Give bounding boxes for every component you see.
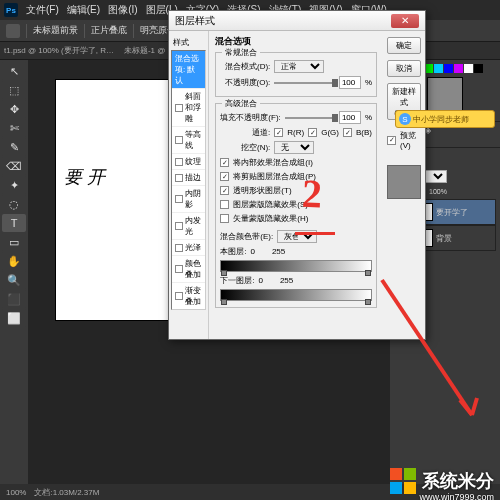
style-inner-shadow[interactable]: 内阴影: [172, 186, 205, 213]
layer-name[interactable]: 背景: [436, 233, 452, 244]
dialog-body: 样式 混合选项: 默认 斜面和浮雕 等高线 纹理 描边 内阴影 内发光 光泽 颜…: [169, 31, 425, 339]
check-transparency-shapes[interactable]: [220, 186, 229, 195]
tool-preset-icon[interactable]: [6, 24, 20, 38]
opacity-input[interactable]: [339, 76, 361, 89]
channel-b[interactable]: [343, 128, 352, 137]
eyedropper-tool[interactable]: ✎: [2, 138, 26, 156]
blend-mode-label: 混合模式(D):: [220, 61, 270, 72]
menu-file[interactable]: 文件(F): [26, 3, 59, 17]
style-satin[interactable]: 光泽: [172, 240, 205, 256]
swatch[interactable]: [444, 64, 453, 73]
opacity-slider[interactable]: [274, 82, 335, 84]
group-advanced-blend: 高级混合 填充不透明度(F): % 通道: R(R) G(G) B(B) 挖空(…: [215, 103, 377, 308]
checkbox[interactable]: [175, 158, 183, 166]
shape-tool[interactable]: ▭: [2, 233, 26, 251]
fill-slider[interactable]: [285, 117, 335, 119]
options-label-2[interactable]: 正片叠底: [91, 24, 127, 37]
preview-swatch: [387, 165, 421, 199]
marquee-tool[interactable]: ⬚: [2, 81, 26, 99]
check-vector-mask-hides[interactable]: [220, 214, 229, 223]
lasso-tool[interactable]: ✥: [2, 100, 26, 118]
separator: [84, 24, 85, 38]
group-general-blend: 常规混合 混合模式(D): 正常 不透明度(O): %: [215, 52, 377, 97]
percent: %: [365, 113, 372, 122]
zoom-level[interactable]: 100%: [6, 488, 26, 497]
cancel-button[interactable]: 取消: [387, 60, 421, 77]
layer-style-dialog[interactable]: 图层样式 ✕ 样式 混合选项: 默认 斜面和浮雕 等高线 纹理 描边 内阴影 内…: [168, 10, 426, 340]
swatch[interactable]: [464, 64, 473, 73]
canvas[interactable]: 要 开: [56, 80, 186, 320]
foreground-color[interactable]: ⬛: [2, 290, 26, 308]
underlying-gradient[interactable]: [220, 289, 372, 301]
style-bevel[interactable]: 斜面和浮雕: [172, 89, 205, 127]
move-tool[interactable]: ↖: [2, 62, 26, 80]
canvas-text[interactable]: 要 开: [64, 165, 105, 189]
swatch[interactable]: [474, 64, 483, 73]
background-color[interactable]: ⬜: [2, 309, 26, 327]
separator: [26, 24, 27, 38]
check-blend-interior[interactable]: [220, 158, 229, 167]
checkbox[interactable]: [175, 244, 183, 252]
stamp-tool[interactable]: ◌: [2, 195, 26, 213]
preview-checkbox[interactable]: [387, 136, 396, 145]
group-title: 高级混合: [222, 98, 260, 109]
options-label-1: 未标题前景: [33, 24, 78, 37]
doc-size: 文档:1.03M/2.37M: [34, 487, 99, 498]
range-hi: 255: [272, 247, 285, 256]
knockout-label: 挖空(N):: [220, 142, 270, 153]
checkbox[interactable]: [175, 265, 183, 273]
style-contour[interactable]: 等高线: [172, 127, 205, 154]
buttons-column: 确定 取消 新建样式(W)... 预览(V): [383, 31, 425, 339]
checkbox[interactable]: [175, 292, 183, 300]
style-texture[interactable]: 纹理: [172, 154, 205, 170]
blend-mode-select[interactable]: 正常: [274, 60, 324, 73]
hand-tool[interactable]: ✋: [2, 252, 26, 270]
menu-edit[interactable]: 编辑(E): [67, 3, 100, 17]
style-color-overlay[interactable]: 颜色叠加: [172, 256, 205, 283]
blend-if-select[interactable]: 灰色: [277, 230, 317, 243]
this-layer-label: 本图层:: [220, 246, 246, 257]
color-preview[interactable]: [427, 77, 463, 113]
zoom-tool[interactable]: 🔍: [2, 271, 26, 289]
fill-opacity-label: 填充不透明度(F):: [220, 112, 280, 123]
menu-image[interactable]: 图像(I): [108, 3, 137, 17]
style-gradient-overlay[interactable]: 渐变叠加: [172, 283, 205, 310]
style-inner-glow[interactable]: 内发光: [172, 213, 205, 240]
fill-input[interactable]: [339, 111, 361, 124]
opacity-label: 不透明度(O):: [220, 77, 270, 88]
checkbox[interactable]: [175, 136, 183, 144]
knockout-select[interactable]: 无: [274, 141, 314, 154]
type-tool[interactable]: T: [2, 214, 26, 232]
style-stroke[interactable]: 描边: [172, 170, 205, 186]
percent: %: [365, 78, 372, 87]
separator: [133, 24, 134, 38]
dialog-title-text: 图层样式: [175, 14, 215, 28]
this-layer-gradient[interactable]: [220, 260, 372, 272]
group-title: 常规混合: [222, 47, 260, 58]
channel-g[interactable]: [308, 128, 317, 137]
checkbox[interactable]: [175, 104, 183, 112]
tab-1[interactable]: t1.psd @ 100% (要开学了, R…: [4, 45, 114, 56]
checkbox[interactable]: [175, 174, 183, 182]
range-lo: 0: [251, 247, 255, 256]
checkbox[interactable]: [175, 222, 183, 230]
healing-tool[interactable]: ⌫: [2, 157, 26, 175]
range-lo: 0: [259, 276, 263, 285]
swatch[interactable]: [454, 64, 463, 73]
check-layer-mask-hides[interactable]: [220, 200, 229, 209]
close-button[interactable]: ✕: [391, 14, 419, 28]
opacity-value[interactable]: 100%: [429, 188, 447, 195]
crop-tool[interactable]: ✄: [2, 119, 26, 137]
brush-tool[interactable]: ✦: [2, 176, 26, 194]
browser-watermark: S 中小学同步老师: [395, 110, 495, 128]
styles-list[interactable]: 混合选项: 默认 斜面和浮雕 等高线 纹理 描边 内阴影 内发光 光泽 颜色叠加…: [171, 50, 206, 310]
layer-name[interactable]: 要开学了: [436, 207, 468, 218]
swatch[interactable]: [434, 64, 443, 73]
check-blend-clipped[interactable]: [220, 172, 229, 181]
style-blending-options[interactable]: 混合选项: 默认: [172, 51, 205, 89]
dialog-titlebar[interactable]: 图层样式 ✕: [169, 11, 425, 31]
range-hi: 255: [280, 276, 293, 285]
checkbox[interactable]: [175, 195, 183, 203]
ok-button[interactable]: 确定: [387, 37, 421, 54]
channel-r[interactable]: [274, 128, 283, 137]
